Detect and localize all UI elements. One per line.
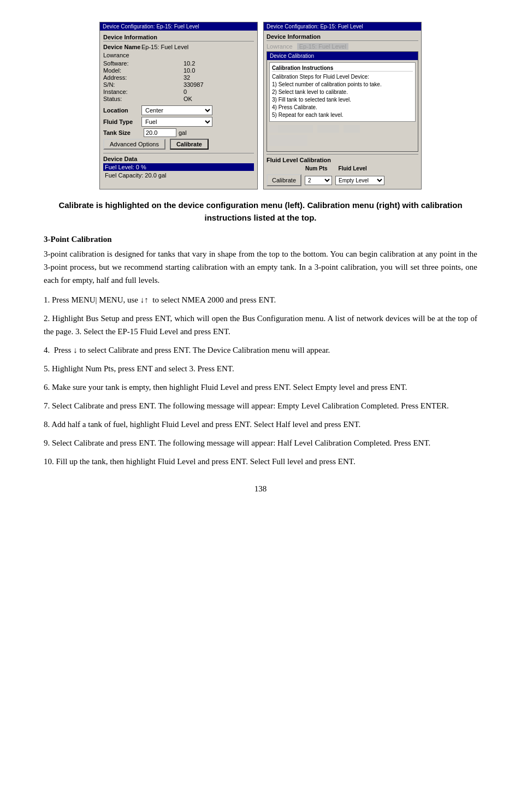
left-panel-body: Device Information Device Name Ep-15: Fu…: [100, 31, 257, 182]
fuel-capacity: Fuel Capacity: 20.0 gal: [103, 171, 254, 179]
sn-value: 330987: [183, 81, 254, 88]
right-manufacturer: Lowrance: [267, 43, 293, 50]
step9-paragraph: 9. Select Calibrate and press ENT. The f…: [44, 436, 477, 449]
location-select[interactable]: Center: [141, 105, 212, 115]
device-calibration-box: Device Calibration Calibration Instructi…: [267, 51, 418, 152]
tank-size-label: Tank Size: [103, 129, 141, 136]
button-row: Advanced Options Calibrate: [103, 139, 254, 150]
advanced-options-button[interactable]: Advanced Options: [103, 139, 165, 150]
status-label: Status:: [103, 96, 179, 102]
step10-paragraph: 10. Fill up the tank, then highlight Flu…: [44, 455, 477, 468]
fluid-calib-section: Fluid Level Calibration Num Pts Fluid Le…: [267, 154, 418, 186]
right-device-info-row: Lowrance Ep-15: Fuel Level: [267, 43, 418, 50]
location-row: Location Center: [103, 105, 254, 115]
instance-label: Instance:: [103, 88, 179, 95]
step7-paragraph: 7. Select Calibrate and press ENT. The f…: [44, 399, 477, 412]
software-label: Software:: [103, 60, 179, 67]
page-number: 138: [44, 484, 477, 494]
calib-step-0: Calibration Steps for Fluid Level Device…: [272, 73, 413, 81]
right-device-name-blurred: Ep-15: Fuel Level: [297, 43, 348, 50]
tank-size-input[interactable]: [144, 128, 176, 137]
device-data-title: Device Data: [103, 156, 254, 162]
step1-paragraph: 1. Press MENU| MENU, use ↓↑ to select NM…: [44, 293, 477, 306]
num-pts-header: Num Pts: [305, 165, 328, 171]
calib-step-4: 4) Press Calibrate.: [272, 104, 413, 111]
fluid-level-select[interactable]: Empty Level Half Level Full Level: [335, 176, 384, 185]
model-label: Model:: [103, 67, 179, 74]
device-calib-titlebar: Device Calibration: [267, 52, 418, 60]
step2-paragraph: 2. Highlight Bus Setup and press ENT, wh…: [44, 312, 477, 338]
num-pts-select[interactable]: 2 3: [305, 176, 332, 185]
device-info-header: Device Information: [103, 34, 254, 42]
calib-step-1: 1) Select number of calibration points t…: [272, 81, 413, 88]
calib-step-2: 2) Select tank level to calibrate.: [272, 88, 413, 96]
model-value: 10.0: [183, 67, 254, 74]
fluid-type-row: Fluid Type Fuel: [103, 117, 254, 127]
instance-value: 0: [183, 88, 254, 95]
right-panel-wrapper: Device Configuration: Ep-15: Fuel Level …: [263, 22, 422, 189]
address-value: 32: [183, 74, 254, 81]
calib-step-3: 3) Fill tank to selected tank level.: [272, 96, 413, 104]
tank-size-row: Tank Size gal: [103, 128, 254, 137]
fluid-type-label: Fluid Type: [103, 118, 141, 125]
address-label: Address:: [103, 74, 179, 81]
fluid-calib-headers: Num Pts Fluid Level: [267, 165, 418, 173]
calib-step-5: 5) Repeat for each tank level.: [272, 111, 413, 119]
location-label: Location: [103, 107, 141, 114]
sn-label: S/N:: [103, 81, 179, 88]
step4-paragraph: 4. Press ↓ to select Calibrate and press…: [44, 343, 477, 357]
calib-instructions-box: Calibration Instructions Calibration Ste…: [269, 62, 416, 122]
manufacturer: Lowrance: [103, 52, 254, 58]
fluid-calibrate-button[interactable]: Calibrate: [267, 174, 301, 186]
right-device-info-header: Device Information: [267, 33, 418, 41]
step6-paragraph: 6. Make sure your tank is empty, then hi…: [44, 381, 477, 394]
fluid-calib-controls: Calibrate 2 3 Empty Level Half Level Ful…: [267, 174, 418, 186]
calib-instr-title: Calibration Instructions: [272, 65, 413, 72]
device-name-label: Device Name: [103, 44, 141, 50]
calibrate-button[interactable]: Calibrate: [170, 139, 209, 150]
section-title: 3-Point Calibration: [44, 235, 477, 244]
device-data-section: Device Data Fuel Level: 0 % Fuel Capacit…: [103, 153, 254, 179]
caption: Calibrate is highlighted on the device c…: [44, 199, 477, 224]
right-panel-body: Device Information Lowrance Ep-15: Fuel …: [264, 31, 421, 189]
intro-paragraph: 3-point calibration is designed for tank…: [44, 247, 477, 287]
status-value: OK: [183, 96, 254, 102]
screenshots-row: Device Configuration: Ep-15: Fuel Level …: [44, 22, 477, 189]
step5-paragraph: 5. Highlight Num Pts, press ENT and sele…: [44, 362, 477, 375]
left-panel: Device Configuration: Ep-15: Fuel Level …: [99, 22, 258, 189]
fluid-level-header: Fluid Level: [339, 165, 367, 171]
right-panel-titlebar: Device Configuration: Ep-15: Fuel Level: [264, 22, 421, 31]
device-calib-body: Calibration Instructions Calibration Ste…: [267, 60, 418, 151]
right-panel: Device Configuration: Ep-15: Fuel Level …: [263, 22, 422, 189]
blurred-calibrate-btn: [269, 135, 416, 146]
device-name-row: Device Name Ep-15: Fuel Level: [103, 44, 254, 50]
device-name-value: Ep-15: Fuel Level: [141, 44, 188, 50]
info-grid: Software: 10.2 Model: 10.0 Address: 32 S…: [103, 60, 254, 102]
software-value: 10.2: [183, 60, 254, 67]
blurred-fields: [269, 125, 416, 133]
step8-paragraph: 8. Add half a tank of fuel, highlight Fl…: [44, 418, 477, 431]
fluid-type-select[interactable]: Fuel: [141, 117, 212, 127]
tank-size-unit: gal: [179, 129, 187, 136]
fuel-level: Fuel Level: 0 %: [103, 163, 254, 171]
left-panel-titlebar: Device Configuration: Ep-15: Fuel Level: [100, 22, 257, 31]
fluid-calib-title: Fluid Level Calibration: [267, 157, 418, 163]
